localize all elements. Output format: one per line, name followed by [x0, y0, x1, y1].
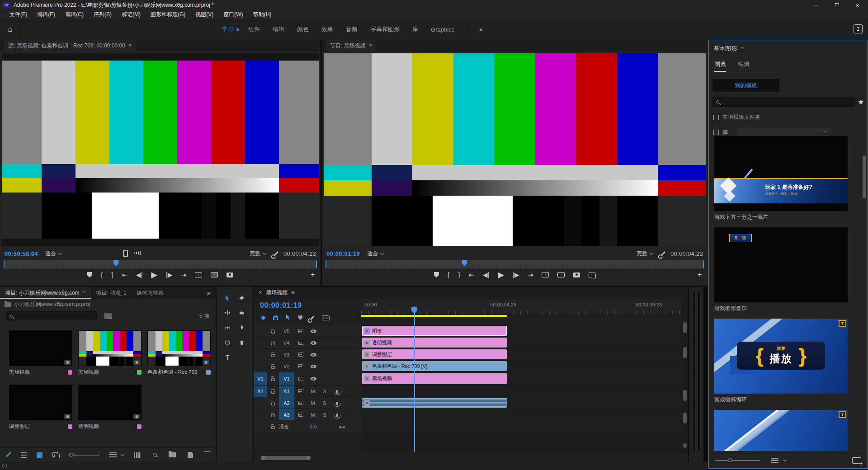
workspace-tab-graphics[interactable]: Graphics — [425, 24, 461, 36]
workspace-tab-libraries[interactable]: 库 — [406, 23, 425, 36]
track-name[interactable]: A3 — [279, 409, 294, 420]
menu-file[interactable]: 文件(F) — [5, 10, 32, 19]
program-zoom-select[interactable]: 适合 — [364, 249, 386, 258]
go-to-in-icon[interactable]: ⇤ — [122, 271, 127, 278]
menu-help[interactable]: 帮助(H) — [248, 10, 277, 19]
toggle-track-output-icon[interactable] — [307, 377, 320, 381]
timeline-timecode[interactable]: 00:00:01:19 — [260, 301, 302, 310]
add-marker-icon[interactable] — [434, 272, 439, 277]
hand-tool[interactable] — [237, 338, 247, 347]
project-search-input[interactable] — [6, 311, 97, 320]
item-name[interactable]: 透明视频 — [78, 423, 99, 430]
keyframe-toggle-icon[interactable]: ▸◂ — [340, 424, 344, 430]
tab-project-main[interactable]: 项目: 小刀娱乐网www.x6g.com≡ — [0, 287, 91, 299]
play-icon[interactable]: ▶ — [151, 270, 157, 280]
scrollbar-handle[interactable] — [683, 347, 687, 358]
project-item[interactable]: ▦ 调整图层 — [9, 385, 78, 439]
workspace-tab-effects[interactable]: 效果 — [315, 23, 340, 36]
track-lane-a3[interactable] — [361, 409, 681, 421]
new-item-icon[interactable] — [188, 452, 193, 458]
export-frame-icon[interactable] — [226, 273, 233, 277]
mute-button[interactable]: M — [307, 412, 319, 418]
item-thumbnail[interactable]: ▦ — [9, 385, 72, 420]
checkbox[interactable] — [713, 130, 719, 135]
label-color-chip[interactable] — [137, 370, 142, 375]
workspace-tab-audio[interactable]: 音频 — [340, 23, 364, 36]
track-lock-icon[interactable] — [267, 424, 279, 429]
track-lock-icon[interactable] — [267, 364, 279, 369]
find-icon[interactable] — [153, 453, 157, 457]
item-name[interactable]: 黑场视频 — [9, 369, 30, 376]
overwrite-icon[interactable]: ↓ — [211, 272, 218, 277]
source-patch[interactable] — [254, 361, 267, 372]
track-lane-v4[interactable]: fx透明视频 — [361, 337, 681, 349]
sort-icons-button[interactable] — [109, 452, 124, 457]
home-icon[interactable]: ⌂ — [0, 19, 21, 40]
delete-icon[interactable] — [205, 452, 210, 457]
list-view-button[interactable] — [21, 452, 27, 458]
step-back-icon[interactable]: ◀| — [136, 271, 142, 278]
clip-adjustment-layer[interactable]: fx调整图层 — [362, 349, 507, 359]
track-name[interactable]: V2 — [279, 361, 294, 372]
menu-clip[interactable]: 剪辑(C) — [60, 10, 89, 19]
program-playback-resolution[interactable]: 完整 — [634, 249, 656, 258]
step-forward-icon[interactable]: |▶ — [166, 271, 172, 278]
program-monitor-tab[interactable]: 节目: 黑场视频 ≡ — [326, 40, 376, 52]
razor-tool[interactable] — [237, 308, 247, 317]
source-patch[interactable] — [254, 337, 267, 348]
timeline-zoom-scrollbar[interactable] — [261, 456, 311, 460]
template-item[interactable]: { 联赛播放 } T 游戏徽标循环 — [714, 319, 861, 407]
sync-lock-icon[interactable] — [294, 352, 307, 357]
lift-icon[interactable]: ↑ — [542, 272, 549, 277]
menu-edit[interactable]: 编辑(E) — [32, 10, 60, 19]
workspace-tab-editing[interactable]: 编辑 — [266, 23, 291, 36]
track-select-forward-tool[interactable] — [237, 293, 247, 302]
source-patch[interactable] — [254, 397, 267, 409]
template-thumbnail[interactable]: 直 播 — [714, 227, 848, 302]
background-tasks-indicator[interactable] — [2, 464, 7, 468]
tab-project-anime[interactable]: 项目: 动漫_1 — [91, 287, 132, 299]
fx-badge[interactable]: fx — [364, 376, 370, 381]
mute-button[interactable]: M — [307, 400, 319, 406]
solo-button[interactable]: S — [319, 389, 330, 394]
toggle-track-output-icon[interactable] — [307, 341, 320, 345]
panel-overflow-icon[interactable]: » — [201, 287, 216, 299]
drag-audio-icon[interactable] — [134, 250, 141, 256]
ripple-edit-tool[interactable] — [222, 308, 232, 317]
add-marker-icon[interactable] — [298, 315, 302, 320]
mix-level-value[interactable]: 0.0 — [300, 424, 327, 429]
template-thumbnail[interactable]: T — [714, 410, 848, 451]
local-templates-checkbox-row[interactable]: 本地模板文件夹 — [713, 113, 868, 121]
sync-lock-icon[interactable] — [294, 413, 307, 417]
scrollbar-handle[interactable] — [863, 155, 866, 198]
slip-tool[interactable] — [222, 323, 232, 332]
label-color-chip[interactable] — [137, 424, 142, 429]
source-timecode[interactable]: 00:59:58:04 — [5, 250, 38, 257]
source-patch-v1[interactable]: V1 — [254, 372, 267, 385]
close-icon[interactable]: ✕ — [258, 290, 262, 296]
close-button[interactable]: × — [847, 0, 868, 10]
sync-lock-icon[interactable] — [294, 329, 307, 333]
project-item[interactable]: ▦ 黑场视频 — [78, 330, 147, 385]
sync-lock-icon[interactable] — [294, 389, 307, 393]
export-frame-icon[interactable] — [573, 273, 580, 277]
track-lock-icon[interactable] — [267, 413, 279, 417]
clip-bars-and-tone[interactable]: fx色条和色调 - Rec 709 [V] — [362, 361, 507, 371]
tab-edit[interactable]: 编辑 — [738, 60, 750, 72]
source-monitor-tab[interactable]: 源: 黑场视频: 色条和色调 - Rec 709: 00:00:00:00 ≡ — [4, 40, 136, 52]
scrollbar-handle[interactable] — [683, 413, 687, 423]
icon-view-button[interactable] — [37, 452, 42, 458]
rectangle-tool[interactable] — [222, 338, 232, 347]
play-icon[interactable]: ▶ — [498, 270, 504, 280]
track-lane-a1[interactable] — [361, 385, 681, 397]
button-editor-icon[interactable]: + — [698, 270, 702, 279]
menu-graphics[interactable]: 图形和标题(G) — [146, 10, 190, 19]
menu-sequence[interactable]: 序列(S) — [89, 10, 117, 19]
install-template-icon[interactable] — [852, 457, 861, 464]
clip-black-video[interactable]: fx黑场视频 — [362, 373, 507, 384]
insert-nested-sequence-icon[interactable]: ✱ — [261, 315, 266, 321]
new-bin-icon[interactable] — [169, 452, 176, 457]
panel-menu-icon[interactable]: ≡ — [291, 289, 294, 296]
settings-wrench-icon[interactable] — [660, 251, 665, 256]
label-color-chip[interactable] — [206, 370, 211, 375]
